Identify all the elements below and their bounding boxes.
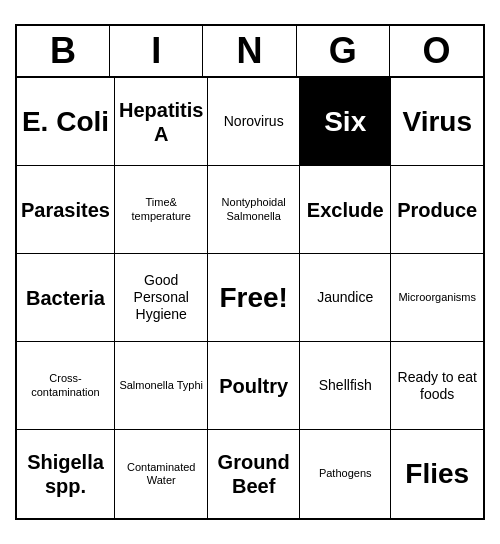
header-b: B (17, 26, 110, 76)
header-n: N (203, 26, 296, 76)
bingo-cell-5: Parasites (17, 166, 115, 254)
bingo-cell-8: Exclude (300, 166, 392, 254)
bingo-cell-23: Pathogens (300, 430, 392, 518)
bingo-cell-17: Poultry (208, 342, 300, 430)
bingo-cell-21: Contaminated Water (115, 430, 208, 518)
bingo-cell-3: Six (300, 78, 392, 166)
bingo-header: B I N G O (17, 26, 483, 78)
bingo-cell-2: Norovirus (208, 78, 300, 166)
bingo-cell-20: Shigella spp. (17, 430, 115, 518)
bingo-cell-6: Time& temperature (115, 166, 208, 254)
bingo-cell-0: E. Coli (17, 78, 115, 166)
bingo-cell-11: Good Personal Hygiene (115, 254, 208, 342)
bingo-cell-19: Ready to eat foods (391, 342, 483, 430)
bingo-cell-1: Hepatitis A (115, 78, 208, 166)
bingo-cell-18: Shellfish (300, 342, 392, 430)
bingo-cell-12: Free! (208, 254, 300, 342)
bingo-card: B I N G O E. ColiHepatitis ANorovirusSix… (15, 24, 485, 520)
bingo-cell-15: Cross-contamination (17, 342, 115, 430)
header-o: O (390, 26, 483, 76)
bingo-cell-22: Ground Beef (208, 430, 300, 518)
bingo-cell-14: Microorganisms (391, 254, 483, 342)
bingo-grid: E. ColiHepatitis ANorovirusSixVirusParas… (17, 78, 483, 518)
header-i: I (110, 26, 203, 76)
bingo-cell-9: Produce (391, 166, 483, 254)
bingo-cell-24: Flies (391, 430, 483, 518)
header-g: G (297, 26, 390, 76)
bingo-cell-10: Bacteria (17, 254, 115, 342)
bingo-cell-16: Salmonella Typhi (115, 342, 208, 430)
bingo-cell-13: Jaundice (300, 254, 392, 342)
bingo-cell-4: Virus (391, 78, 483, 166)
bingo-cell-7: Nontyphoidal Salmonella (208, 166, 300, 254)
